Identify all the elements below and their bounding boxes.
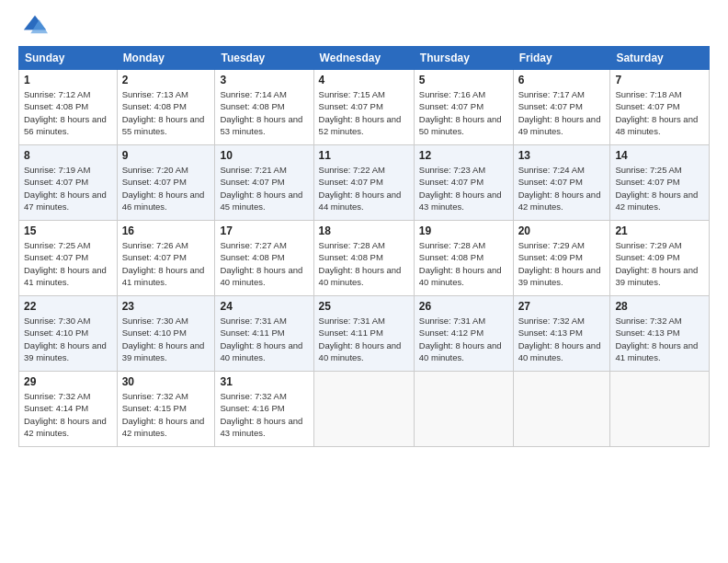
logo-icon <box>22 11 48 37</box>
day-info: Sunrise: 7:27 AM Sunset: 4:08 PM Dayligh… <box>220 240 302 287</box>
day-cell: 18 Sunrise: 7:28 AM Sunset: 4:08 PM Dayl… <box>313 221 414 296</box>
day-info: Sunrise: 7:26 AM Sunset: 4:07 PM Dayligh… <box>122 240 205 287</box>
logo <box>18 15 48 37</box>
day-info: Sunrise: 7:25 AM Sunset: 4:07 PM Dayligh… <box>615 165 698 212</box>
day-number: 25 <box>319 300 409 313</box>
day-number: 10 <box>220 149 308 162</box>
page: SundayMondayTuesdayWednesdayThursdayFrid… <box>0 0 728 563</box>
day-cell: 1 Sunrise: 7:12 AM Sunset: 4:08 PM Dayli… <box>19 70 118 145</box>
week-row-5: 29 Sunrise: 7:32 AM Sunset: 4:14 PM Dayl… <box>19 372 710 447</box>
day-info: Sunrise: 7:32 AM Sunset: 4:16 PM Dayligh… <box>220 391 302 438</box>
day-info: Sunrise: 7:31 AM Sunset: 4:11 PM Dayligh… <box>319 316 402 362</box>
day-number: 18 <box>319 224 409 237</box>
day-number: 8 <box>24 149 112 162</box>
day-number: 9 <box>122 149 210 162</box>
day-cell <box>513 372 610 447</box>
day-number: 19 <box>419 224 508 237</box>
calendar-body: 1 Sunrise: 7:12 AM Sunset: 4:08 PM Dayli… <box>19 70 710 447</box>
day-cell: 29 Sunrise: 7:32 AM Sunset: 4:14 PM Dayl… <box>19 372 118 447</box>
day-number: 31 <box>220 375 308 388</box>
day-cell: 11 Sunrise: 7:22 AM Sunset: 4:07 PM Dayl… <box>313 145 414 221</box>
day-cell: 8 Sunrise: 7:19 AM Sunset: 4:07 PM Dayli… <box>19 145 118 221</box>
day-cell: 30 Sunrise: 7:32 AM Sunset: 4:15 PM Dayl… <box>117 372 215 447</box>
day-info: Sunrise: 7:16 AM Sunset: 4:07 PM Dayligh… <box>419 89 502 136</box>
day-cell: 15 Sunrise: 7:25 AM Sunset: 4:07 PM Dayl… <box>19 221 118 296</box>
day-number: 21 <box>615 224 704 237</box>
day-number: 17 <box>220 224 308 237</box>
day-cell: 19 Sunrise: 7:28 AM Sunset: 4:08 PM Dayl… <box>414 221 513 296</box>
day-cell: 7 Sunrise: 7:18 AM Sunset: 4:07 PM Dayli… <box>610 70 710 145</box>
day-number: 12 <box>419 149 508 162</box>
day-info: Sunrise: 7:23 AM Sunset: 4:07 PM Dayligh… <box>419 165 502 212</box>
day-info: Sunrise: 7:31 AM Sunset: 4:11 PM Dayligh… <box>220 316 302 362</box>
day-cell: 16 Sunrise: 7:26 AM Sunset: 4:07 PM Dayl… <box>117 221 215 296</box>
day-info: Sunrise: 7:20 AM Sunset: 4:07 PM Dayligh… <box>122 165 205 212</box>
day-number: 23 <box>122 300 210 313</box>
day-info: Sunrise: 7:29 AM Sunset: 4:09 PM Dayligh… <box>615 240 698 287</box>
day-number: 15 <box>24 224 112 237</box>
day-cell <box>414 372 513 447</box>
day-number: 26 <box>419 300 508 313</box>
calendar-table: SundayMondayTuesdayWednesdayThursdayFrid… <box>18 46 710 447</box>
day-cell: 28 Sunrise: 7:32 AM Sunset: 4:13 PM Dayl… <box>610 296 710 372</box>
day-number: 6 <box>518 74 606 86</box>
day-cell: 27 Sunrise: 7:32 AM Sunset: 4:13 PM Dayl… <box>513 296 610 372</box>
day-number: 2 <box>122 74 210 86</box>
day-info: Sunrise: 7:31 AM Sunset: 4:12 PM Dayligh… <box>419 316 502 362</box>
header-row: SundayMondayTuesdayWednesdayThursdayFrid… <box>19 47 710 70</box>
day-number: 1 <box>24 74 112 86</box>
day-number: 20 <box>518 224 606 237</box>
day-number: 30 <box>122 375 210 388</box>
day-info: Sunrise: 7:13 AM Sunset: 4:08 PM Dayligh… <box>122 89 205 136</box>
day-info: Sunrise: 7:19 AM Sunset: 4:07 PM Dayligh… <box>24 165 107 212</box>
day-number: 28 <box>615 300 704 313</box>
day-number: 11 <box>319 149 409 162</box>
day-cell: 22 Sunrise: 7:30 AM Sunset: 4:10 PM Dayl… <box>19 296 118 372</box>
day-info: Sunrise: 7:18 AM Sunset: 4:07 PM Dayligh… <box>615 89 698 136</box>
day-cell: 26 Sunrise: 7:31 AM Sunset: 4:12 PM Dayl… <box>414 296 513 372</box>
day-number: 3 <box>220 74 308 86</box>
calendar-header: SundayMondayTuesdayWednesdayThursdayFrid… <box>19 47 710 70</box>
day-number: 13 <box>518 149 606 162</box>
day-number: 22 <box>24 300 112 313</box>
day-cell: 4 Sunrise: 7:15 AM Sunset: 4:07 PM Dayli… <box>313 70 414 145</box>
header-tuesday: Tuesday <box>215 47 313 70</box>
day-cell: 9 Sunrise: 7:20 AM Sunset: 4:07 PM Dayli… <box>117 145 215 221</box>
header-wednesday: Wednesday <box>313 47 414 70</box>
day-info: Sunrise: 7:32 AM Sunset: 4:15 PM Dayligh… <box>122 391 205 438</box>
header-saturday: Saturday <box>610 47 710 70</box>
day-cell: 12 Sunrise: 7:23 AM Sunset: 4:07 PM Dayl… <box>414 145 513 221</box>
day-cell: 10 Sunrise: 7:21 AM Sunset: 4:07 PM Dayl… <box>215 145 313 221</box>
day-info: Sunrise: 7:32 AM Sunset: 4:14 PM Dayligh… <box>24 391 107 438</box>
day-info: Sunrise: 7:30 AM Sunset: 4:10 PM Dayligh… <box>122 316 205 362</box>
day-cell <box>610 372 710 447</box>
day-cell: 20 Sunrise: 7:29 AM Sunset: 4:09 PM Dayl… <box>513 221 610 296</box>
day-info: Sunrise: 7:22 AM Sunset: 4:07 PM Dayligh… <box>319 165 402 212</box>
day-cell: 21 Sunrise: 7:29 AM Sunset: 4:09 PM Dayl… <box>610 221 710 296</box>
day-cell: 24 Sunrise: 7:31 AM Sunset: 4:11 PM Dayl… <box>215 296 313 372</box>
day-info: Sunrise: 7:32 AM Sunset: 4:13 PM Dayligh… <box>615 316 698 362</box>
day-number: 4 <box>319 74 409 86</box>
day-number: 27 <box>518 300 606 313</box>
week-row-3: 15 Sunrise: 7:25 AM Sunset: 4:07 PM Dayl… <box>19 221 710 296</box>
week-row-4: 22 Sunrise: 7:30 AM Sunset: 4:10 PM Dayl… <box>19 296 710 372</box>
header-monday: Monday <box>117 47 215 70</box>
day-cell: 3 Sunrise: 7:14 AM Sunset: 4:08 PM Dayli… <box>215 70 313 145</box>
day-number: 14 <box>615 149 704 162</box>
day-number: 5 <box>419 74 508 86</box>
day-number: 29 <box>24 375 112 388</box>
day-cell: 13 Sunrise: 7:24 AM Sunset: 4:07 PM Dayl… <box>513 145 610 221</box>
day-info: Sunrise: 7:25 AM Sunset: 4:07 PM Dayligh… <box>24 240 107 287</box>
day-cell: 17 Sunrise: 7:27 AM Sunset: 4:08 PM Dayl… <box>215 221 313 296</box>
day-cell: 14 Sunrise: 7:25 AM Sunset: 4:07 PM Dayl… <box>610 145 710 221</box>
day-cell: 25 Sunrise: 7:31 AM Sunset: 4:11 PM Dayl… <box>313 296 414 372</box>
week-row-2: 8 Sunrise: 7:19 AM Sunset: 4:07 PM Dayli… <box>19 145 710 221</box>
day-number: 16 <box>122 224 210 237</box>
day-cell: 5 Sunrise: 7:16 AM Sunset: 4:07 PM Dayli… <box>414 70 513 145</box>
day-info: Sunrise: 7:28 AM Sunset: 4:08 PM Dayligh… <box>319 240 402 287</box>
header-thursday: Thursday <box>414 47 513 70</box>
day-cell: 23 Sunrise: 7:30 AM Sunset: 4:10 PM Dayl… <box>117 296 215 372</box>
day-info: Sunrise: 7:29 AM Sunset: 4:09 PM Dayligh… <box>518 240 601 287</box>
day-info: Sunrise: 7:28 AM Sunset: 4:08 PM Dayligh… <box>419 240 502 287</box>
day-info: Sunrise: 7:12 AM Sunset: 4:08 PM Dayligh… <box>24 89 107 136</box>
